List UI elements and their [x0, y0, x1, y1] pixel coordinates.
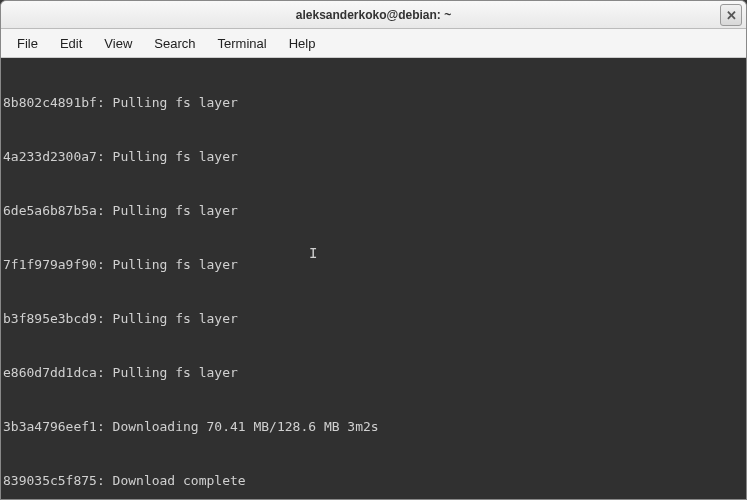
- titlebar: aleksanderkoko@debian: ~ ✕: [1, 1, 746, 29]
- terminal-line: e860d7dd1dca: Pulling fs layer: [3, 364, 744, 382]
- menu-file[interactable]: File: [7, 33, 48, 54]
- menu-help[interactable]: Help: [279, 33, 326, 54]
- terminal-line: 839035c5f875: Download complete: [3, 472, 744, 490]
- menu-terminal[interactable]: Terminal: [208, 33, 277, 54]
- terminal-window: aleksanderkoko@debian: ~ ✕ File Edit Vie…: [0, 0, 747, 500]
- terminal-line: 8b802c4891bf: Pulling fs layer: [3, 94, 744, 112]
- window-title: aleksanderkoko@debian: ~: [296, 8, 451, 22]
- close-button[interactable]: ✕: [720, 4, 742, 26]
- terminal-line: b3f895e3bcd9: Pulling fs layer: [3, 310, 744, 328]
- menu-view[interactable]: View: [94, 33, 142, 54]
- terminal-line: 6de5a6b87b5a: Pulling fs layer: [3, 202, 744, 220]
- terminal-line: 4a233d2300a7: Pulling fs layer: [3, 148, 744, 166]
- terminal-line: 7f1f979a9f90: Pulling fs layer: [3, 256, 744, 274]
- close-icon: ✕: [726, 8, 737, 23]
- terminal-line: 3b3a4796eef1: Downloading 70.41 MB/128.6…: [3, 418, 744, 436]
- menu-edit[interactable]: Edit: [50, 33, 92, 54]
- menu-search[interactable]: Search: [144, 33, 205, 54]
- menubar: File Edit View Search Terminal Help: [1, 29, 746, 58]
- terminal-output[interactable]: 8b802c4891bf: Pulling fs layer 4a233d230…: [1, 58, 746, 499]
